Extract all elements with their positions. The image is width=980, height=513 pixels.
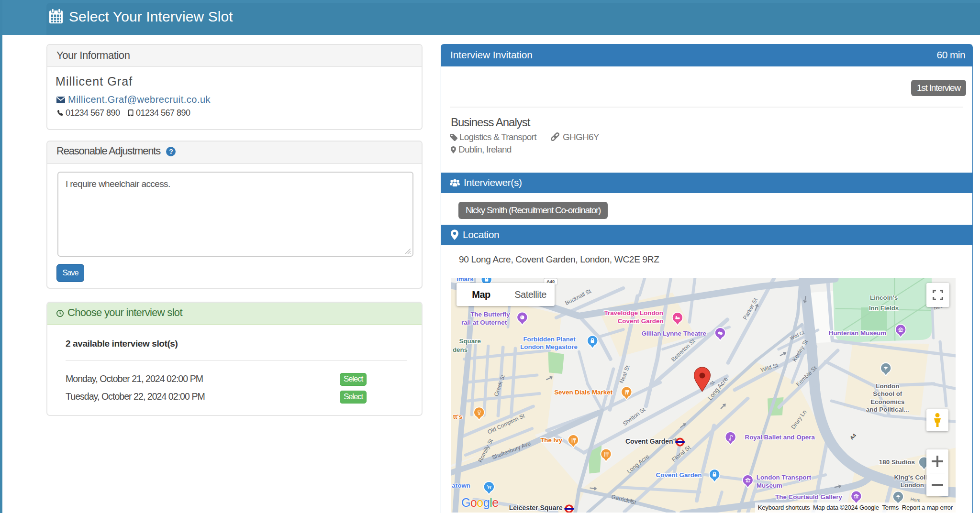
svg-text:Inn Fields: Inn Fields — [869, 305, 899, 312]
svg-text:tt's: tt's — [453, 413, 463, 420]
svg-text:rail at Outernet: rail at Outernet — [461, 319, 507, 326]
svg-text:London: London — [876, 382, 899, 390]
svg-text:and Political...: and Political... — [866, 406, 909, 413]
svg-text:The Butterfly: The Butterfly — [470, 311, 510, 318]
svg-text:Leicester Square: Leicester Square — [509, 504, 563, 512]
svg-text:Travelodge London: Travelodge London — [604, 309, 663, 317]
svg-text:Economics: Economics — [870, 398, 904, 405]
svg-text:180 Studios: 180 Studios — [879, 458, 915, 466]
svg-text:London Transport: London Transport — [757, 474, 812, 481]
svg-text:Forbidden Planet: Forbidden Planet — [523, 336, 576, 343]
svg-text:imark: imark — [457, 278, 474, 283]
svg-text:The Courtauld Gallery: The Courtauld Gallery — [775, 493, 842, 501]
svg-text:Gillian Lynne Theatre: Gillian Lynne Theatre — [641, 330, 706, 337]
svg-text:The Ivy: The Ivy — [540, 437, 563, 444]
svg-text:London Megastore: London Megastore — [520, 343, 578, 350]
svg-text:atown: atown — [452, 482, 470, 489]
svg-text:Covent Garden: Covent Garden — [618, 317, 664, 325]
svg-text:Square: Square — [459, 338, 481, 345]
svg-text:School of: School of — [873, 390, 902, 397]
svg-text:Covent Garden: Covent Garden — [625, 437, 673, 445]
svg-text:?: ? — [169, 148, 173, 155]
svg-text:dens: dens — [453, 346, 468, 353]
svg-text:Royal Ballet and Opera: Royal Ballet and Opera — [745, 434, 815, 441]
svg-text:London: London — [901, 481, 924, 489]
svg-text:Lincoln's: Lincoln's — [870, 294, 898, 301]
svg-text:Seven Dials Market: Seven Dials Market — [554, 389, 612, 396]
svg-text:Covent Garden: Covent Garden — [656, 471, 702, 479]
svg-text:Hunterian Museum: Hunterian Museum — [829, 329, 886, 337]
svg-text:Museum: Museum — [757, 482, 782, 489]
